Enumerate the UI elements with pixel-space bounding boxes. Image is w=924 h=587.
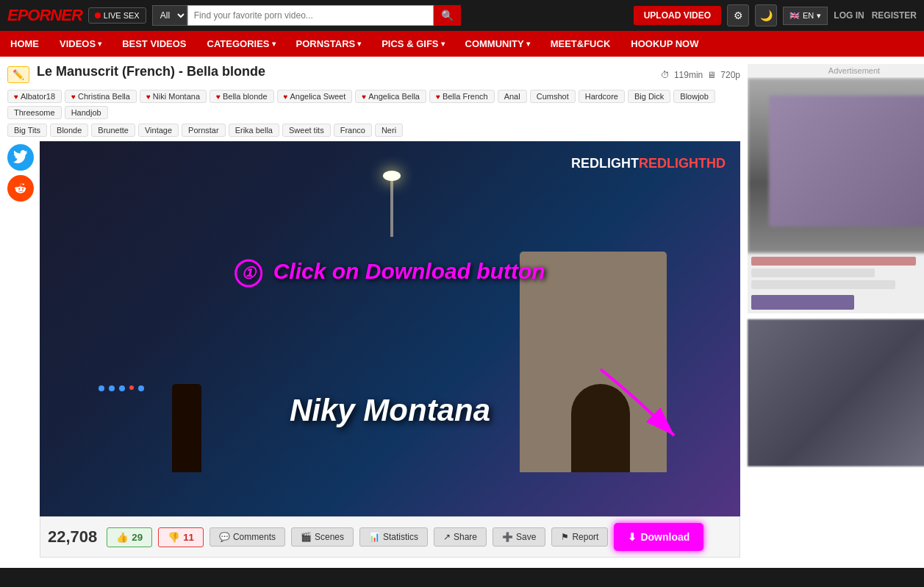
overlay-num: ① [234, 259, 262, 287]
tag-threesome[interactable]: Threesome [7, 106, 62, 119]
live-sex-label: LIVE SEX [104, 11, 140, 20]
chevron-down-icon: ▾ [817, 11, 821, 21]
user-icon: ♥ [14, 93, 18, 101]
statistics-button[interactable]: 📊 Statistics [359, 527, 428, 547]
search-area: All 🔍 [152, 5, 461, 26]
download-arrow-annotation [579, 362, 696, 450]
tag-pornstar[interactable]: Pornstar [182, 124, 226, 137]
lights-decoration [99, 385, 144, 391]
search-button[interactable]: 🔍 [434, 5, 461, 26]
live-sex-button[interactable]: LIVE SEX [88, 7, 146, 24]
nav-categories[interactable]: CATEGORIES ▾ [197, 31, 286, 57]
comments-label: Comments [233, 532, 276, 542]
nav-meet-fuck[interactable]: MEET&FUCK [540, 31, 621, 57]
theme-toggle-button[interactable]: 🌙 [755, 4, 777, 26]
light-dot-4 [138, 385, 144, 391]
ad-text-bar-1 [751, 257, 916, 266]
nav-hookup[interactable]: HOOKUP NOW [620, 31, 709, 57]
nav-pornstars[interactable]: PORNSTARS ▾ [286, 31, 372, 57]
nav-pics-gifs[interactable]: PICS & GIFS ▾ [371, 31, 454, 57]
scenes-button[interactable]: 🎬 Scenes [291, 527, 354, 547]
tag-franco[interactable]: Franco [334, 124, 372, 137]
tag-blowjob[interactable]: Blowjob [673, 90, 715, 103]
tag-anal[interactable]: Anal [498, 90, 527, 103]
comments-button[interactable]: 💬 Comments [209, 527, 285, 547]
share-button[interactable]: ↗ Share [434, 527, 487, 547]
tag-bella-french[interactable]: ♥Bella French [429, 90, 495, 103]
language-selector[interactable]: 🇬🇧 EN ▾ [783, 7, 828, 25]
quality: 720p [720, 70, 740, 80]
tag-neri[interactable]: Neri [375, 124, 403, 137]
user-icon-2: ♥ [71, 93, 76, 101]
ad-figure [769, 96, 924, 227]
figure-decoration [172, 384, 201, 472]
lang-label: EN [803, 11, 814, 20]
share-icon: ↗ [443, 532, 451, 542]
tag-hardcore[interactable]: Hardcore [579, 90, 625, 103]
ad-area [748, 78, 924, 313]
user-icon-5: ♥ [284, 93, 288, 101]
flag-report-icon: ⚑ [561, 532, 569, 542]
ad-cta-button[interactable] [751, 295, 854, 310]
tag-erika-bella[interactable]: Erika bella [229, 124, 279, 137]
upload-video-button[interactable]: UPLOAD VIDEO [634, 6, 721, 25]
like-button[interactable]: 👍 29 [107, 527, 152, 547]
community-arrow: ▾ [526, 40, 530, 48]
download-button[interactable]: ⬇ Download [614, 523, 703, 551]
tag-bella-blonde[interactable]: ♥Bella blonde [209, 90, 274, 103]
tag-big-dick[interactable]: Big Dick [628, 90, 670, 103]
search-input[interactable] [187, 5, 434, 26]
tag-cumshot[interactable]: Cumshot [530, 90, 576, 103]
dislike-count: 11 [183, 532, 194, 543]
report-button[interactable]: ⚑ Report [551, 527, 608, 547]
search-filter-select[interactable]: All [152, 5, 187, 26]
twitter-share-button[interactable] [7, 144, 34, 171]
video-meta: ⏱ 119min 🖥 720p [661, 70, 740, 80]
statistics-label: Statistics [383, 532, 418, 542]
logo[interactable]: EPORNER [7, 6, 82, 25]
page-title: Le Manuscrit (French) - Bella blonde [37, 64, 653, 79]
login-link[interactable]: LOG IN [834, 10, 864, 21]
save-button[interactable]: ➕ Save [493, 527, 545, 547]
nav-videos[interactable]: VIDEOS ▾ [49, 31, 112, 57]
tag-vintage[interactable]: Vintage [138, 124, 179, 137]
live-dot [95, 13, 101, 18]
nav-community[interactable]: COMMUNITY ▾ [455, 31, 540, 57]
tag-angelica-sweet[interactable]: ♥Angelica Sweet [277, 90, 353, 103]
save-label: Save [516, 532, 536, 542]
nav-home[interactable]: HOME [0, 31, 49, 57]
video-frame: REDLIGHTREDLIGHTHD ① Click on Download b… [40, 141, 740, 516]
register-link[interactable]: REGISTER [872, 10, 917, 21]
save-icon: ➕ [502, 532, 513, 542]
tag-niki-montana[interactable]: ♥Niki Montana [140, 90, 207, 103]
tag-angelica-bella[interactable]: ♥Angelica Bella [355, 90, 426, 103]
main-content: ✏️ Le Manuscrit (French) - Bella blonde … [7, 64, 740, 561]
lamp-head-decoration [383, 171, 401, 181]
duration: 119min [674, 70, 703, 80]
ad-text-area [748, 253, 924, 313]
sidebar: Advertisement [748, 64, 924, 561]
overlay-text: Click on Download button [273, 258, 545, 282]
settings-button[interactable]: ⚙ [727, 4, 749, 26]
reddit-share-button[interactable] [7, 175, 34, 202]
monitor-icon: 🖥 [707, 70, 716, 80]
tag-albator18[interactable]: ♥Albator18 [7, 90, 62, 103]
overlay-instruction: ① Click on Download button [75, 258, 706, 287]
tag-sweet-tits[interactable]: Sweet tits [282, 124, 331, 137]
video-player[interactable]: REDLIGHTREDLIGHTHD ① Click on Download b… [40, 141, 740, 516]
edit-button[interactable]: ✏️ [7, 66, 29, 83]
clock-icon: ⏱ [661, 70, 670, 80]
nav-best-videos[interactable]: BEST VIDEOS [112, 31, 196, 57]
tag-big-tits[interactable]: Big Tits [7, 124, 47, 137]
page-content: ✏️ Le Manuscrit (French) - Bella blonde … [0, 57, 924, 568]
videos-arrow: ▾ [98, 40, 101, 48]
tag-christina-bella[interactable]: ♥Christina Bella [65, 90, 137, 103]
tag-handjob[interactable]: Handjob [65, 106, 108, 119]
ad-text-bar-3 [751, 280, 895, 289]
thumbs-down-icon: 👎 [168, 532, 180, 543]
scenes-icon: 🎬 [301, 532, 312, 542]
tag-blonde[interactable]: Blonde [50, 124, 88, 137]
dislike-button[interactable]: 👎 11 [158, 527, 204, 547]
tag-brunette[interactable]: Brunette [91, 124, 135, 137]
action-bar: 22,708 👍 29 👎 11 💬 Comments 🎬 [40, 516, 740, 558]
